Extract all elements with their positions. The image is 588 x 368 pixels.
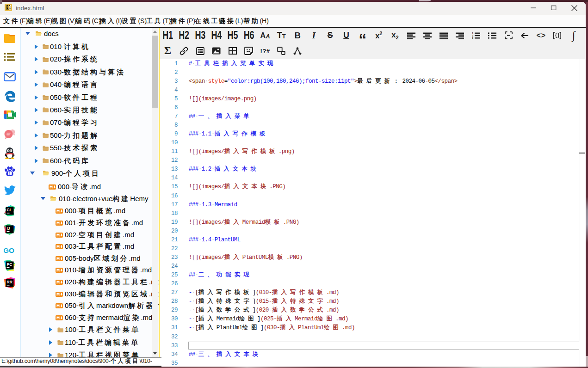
svg-text:PC: PC	[7, 262, 12, 266]
svg-text:CL: CL	[7, 207, 12, 212]
svg-text:GO: GO	[4, 246, 14, 254]
svg-text:RR: RR	[7, 279, 12, 284]
svg-text:3: 3	[472, 37, 473, 39]
svg-text:IJ: IJ	[7, 226, 10, 230]
